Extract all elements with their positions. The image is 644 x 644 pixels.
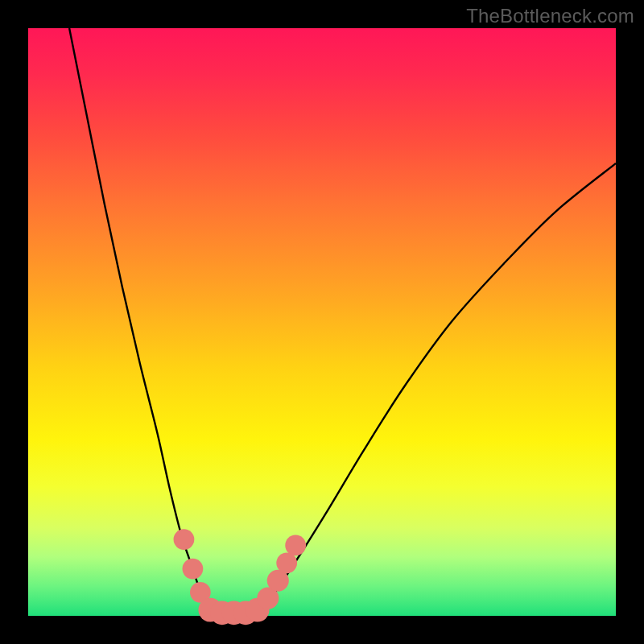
highlight-markers xyxy=(174,529,306,625)
curve-layer xyxy=(28,28,616,616)
watermark-text: TheBottleneck.com xyxy=(466,5,634,27)
marker-dot xyxy=(276,552,297,573)
marker-dot xyxy=(285,535,306,556)
marker-dot xyxy=(174,529,195,550)
curve-left-branch xyxy=(69,28,210,616)
marker-dot xyxy=(183,559,204,580)
plot-area xyxy=(28,28,616,616)
curve-right-branch xyxy=(258,163,616,616)
chart-stage: TheBottleneck.com xyxy=(0,0,644,644)
